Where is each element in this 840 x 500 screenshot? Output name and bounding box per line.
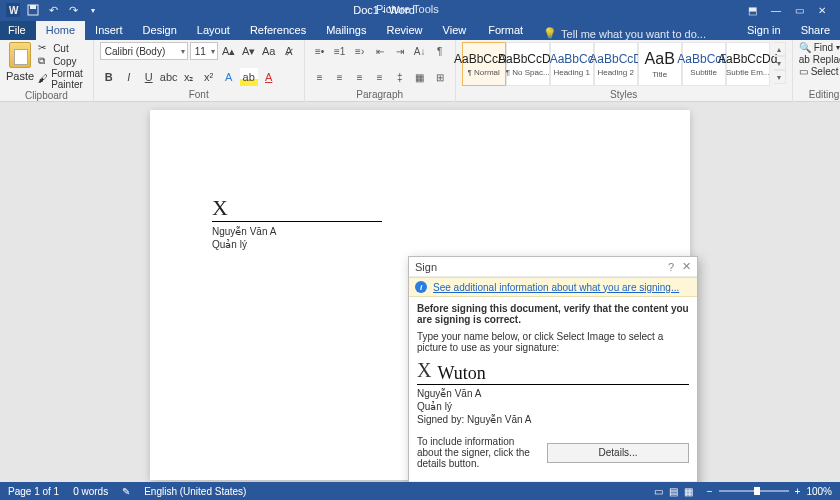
align-center-button[interactable]: ≡ [331, 68, 349, 86]
tab-file[interactable]: File [0, 21, 36, 40]
shrink-font-button[interactable]: A▾ [240, 42, 258, 60]
zoom-in-icon[interactable]: + [795, 486, 801, 497]
styles-expand-icon[interactable]: ▾ [774, 70, 786, 84]
close-icon[interactable]: ✕ [818, 5, 826, 16]
subscript-button[interactable]: x₂ [180, 68, 198, 86]
help-icon[interactable]: ? [668, 261, 674, 273]
save-icon[interactable] [26, 3, 40, 17]
strike-button[interactable]: abc [160, 68, 178, 86]
tab-home[interactable]: Home [36, 21, 85, 40]
tab-format[interactable]: Format [478, 21, 533, 40]
shading-button[interactable]: ▦ [411, 68, 429, 86]
include-info-text: To include information about the signer,… [417, 436, 541, 469]
font-color-button[interactable]: A [260, 68, 278, 86]
font-size-combo[interactable]: 11 [190, 42, 218, 60]
replace-icon: ab [799, 54, 810, 65]
justify-button[interactable]: ≡ [371, 68, 389, 86]
styles-gallery[interactable]: AaBbCcDd¶ NormalAaBbCcDd¶ No Spac...AaBb… [462, 42, 770, 86]
text-effects-button[interactable]: A [220, 68, 238, 86]
clear-formatting-button[interactable]: A̷ [280, 42, 298, 60]
status-bar: Page 1 of 1 0 words ✎ English (United St… [0, 482, 840, 500]
qat-dropdown-icon[interactable]: ▾ [86, 3, 100, 17]
sort-button[interactable]: A↓ [411, 42, 429, 60]
zoom-level[interactable]: 100% [806, 486, 832, 497]
details-button[interactable]: Details... [547, 443, 689, 463]
share-button[interactable]: Share [791, 21, 840, 40]
style-item[interactable]: AaBbCcHeading 1 [550, 42, 594, 86]
redo-icon[interactable]: ↷ [66, 3, 80, 17]
undo-icon[interactable]: ↶ [46, 3, 60, 17]
tab-review[interactable]: Review [377, 21, 433, 40]
bullets-button[interactable]: ≡• [311, 42, 329, 60]
group-editing: 🔍Find▾ abReplace ▭Select▾ Editing [793, 40, 840, 102]
tab-design[interactable]: Design [133, 21, 187, 40]
align-left-button[interactable]: ≡ [311, 68, 329, 86]
maximize-icon[interactable]: ▭ [795, 5, 804, 16]
styles-scroll-up-icon[interactable]: ▴ [774, 42, 786, 56]
replace-button[interactable]: abReplace [799, 54, 840, 65]
ribbon: Paste ✂Cut ⧉Copy 🖌Format Painter Clipboa… [0, 40, 840, 102]
print-layout-icon[interactable]: ▤ [669, 486, 678, 497]
change-case-button[interactable]: Aa [260, 42, 278, 60]
bold-button[interactable]: B [100, 68, 118, 86]
tab-layout[interactable]: Layout [187, 21, 240, 40]
type-hint: Type your name below, or click Select Im… [417, 331, 689, 353]
italic-button[interactable]: I [120, 68, 138, 86]
tab-view[interactable]: View [433, 21, 477, 40]
tab-mailings[interactable]: Mailings [316, 21, 376, 40]
spell-check-icon[interactable]: ✎ [122, 486, 130, 497]
copy-button[interactable]: ⧉Copy [38, 55, 87, 67]
sign-in-link[interactable]: Sign in [737, 21, 791, 40]
group-paragraph: ≡• ≡1 ≡› ⇤ ⇥ A↓ ¶ ≡ ≡ ≡ ≡ ‡ ▦ ⊞ Paragrap… [305, 40, 456, 102]
show-marks-button[interactable]: ¶ [431, 42, 449, 60]
web-layout-icon[interactable]: ▦ [684, 486, 693, 497]
signer-title: Quản lý [212, 238, 382, 251]
style-item[interactable]: AaBTitle [638, 42, 682, 86]
sign-dialog: Sign ? ✕ i See additional information ab… [408, 256, 698, 482]
zoom-out-icon[interactable]: − [707, 486, 713, 497]
increase-indent-button[interactable]: ⇥ [391, 42, 409, 60]
style-item[interactable]: AaBbCcDHeading 2 [594, 42, 638, 86]
language-status[interactable]: English (United States) [144, 486, 246, 497]
font-family-combo[interactable]: Calibri (Body) [100, 42, 188, 60]
line-spacing-button[interactable]: ‡ [391, 68, 409, 86]
tell-me-box[interactable]: 💡 Tell me what you want to do... [531, 27, 706, 40]
signature-image[interactable]: Wuton [437, 363, 485, 384]
style-item[interactable]: AaBbCcDd¶ No Spac... [506, 42, 550, 86]
verify-text: Before signing this document, verify tha… [417, 303, 689, 325]
signature-line[interactable]: X Nguyễn Văn A Quản lý [212, 195, 382, 251]
word-count[interactable]: 0 words [73, 486, 108, 497]
align-right-button[interactable]: ≡ [351, 68, 369, 86]
signer-name: Nguyễn Văn A [212, 225, 382, 238]
tab-insert[interactable]: Insert [85, 21, 133, 40]
page-status[interactable]: Page 1 of 1 [8, 486, 59, 497]
decrease-indent-button[interactable]: ⇤ [371, 42, 389, 60]
paste-button[interactable]: Paste [6, 42, 34, 82]
info-link[interactable]: See additional information about what yo… [433, 282, 679, 293]
styles-scroll[interactable]: ▴ ▾ ▾ [774, 42, 786, 84]
dialog-signer-name: Nguyễn Văn A [417, 387, 689, 400]
format-painter-button[interactable]: 🖌Format Painter [38, 68, 87, 90]
minimize-icon[interactable]: — [771, 5, 781, 16]
grow-font-button[interactable]: A▴ [220, 42, 238, 60]
read-mode-icon[interactable]: ▭ [654, 486, 663, 497]
document-area: X Nguyễn Văn A Quản lý Sign ? ✕ i See ad… [0, 102, 840, 482]
ribbon-options-icon[interactable]: ⬒ [748, 5, 757, 16]
cut-button[interactable]: ✂Cut [38, 42, 87, 54]
underline-button[interactable]: U [140, 68, 158, 86]
zoom-slider[interactable] [719, 490, 789, 492]
dialog-close-icon[interactable]: ✕ [682, 260, 691, 273]
borders-button[interactable]: ⊞ [431, 68, 449, 86]
info-bar: i See additional information about what … [409, 277, 697, 297]
style-item[interactable]: AaBbCcDdSubtle Em... [726, 42, 770, 86]
find-button[interactable]: 🔍Find▾ [799, 42, 840, 53]
dialog-title: Sign [415, 261, 437, 273]
tab-references[interactable]: References [240, 21, 316, 40]
numbering-button[interactable]: ≡1 [331, 42, 349, 60]
highlight-button[interactable]: ab [240, 68, 258, 86]
superscript-button[interactable]: x² [200, 68, 218, 86]
multilevel-button[interactable]: ≡› [351, 42, 369, 60]
select-button[interactable]: ▭Select▾ [799, 66, 840, 77]
styles-scroll-down-icon[interactable]: ▾ [774, 56, 786, 70]
dialog-titlebar[interactable]: Sign ? ✕ [409, 257, 697, 277]
